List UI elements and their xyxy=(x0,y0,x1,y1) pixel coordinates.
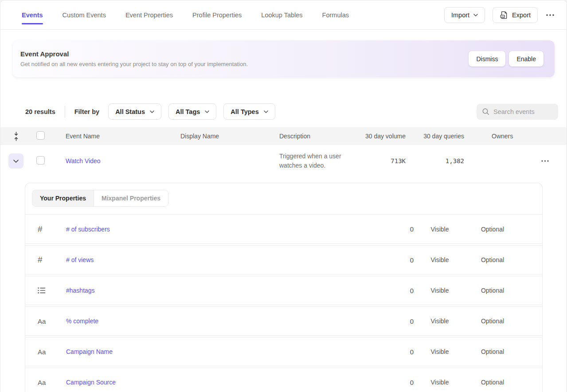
tab-label: Event Properties xyxy=(125,12,173,19)
nav-tabs: Events Custom Events Event Properties Pr… xyxy=(22,0,349,29)
property-name-link[interactable]: Campaign Name xyxy=(66,348,113,355)
tab-custom-events[interactable]: Custom Events xyxy=(63,0,106,29)
column-header-description: Description xyxy=(272,133,355,140)
event-row: Watch Video Triggered when a user watche… xyxy=(0,145,567,177)
tab-label: Custom Events xyxy=(63,12,106,19)
list-icon xyxy=(38,287,46,294)
property-row: Aa % complete 0 Visible Optional xyxy=(25,306,542,336)
lexicon-events-page: Events Custom Events Event Properties Pr… xyxy=(0,0,567,392)
property-count: 0 xyxy=(383,379,414,386)
tab-lookup-tables[interactable]: Lookup Tables xyxy=(261,0,302,29)
property-count: 0 xyxy=(383,318,414,325)
row-more-menu-icon[interactable] xyxy=(540,158,567,164)
property-row: #hashtags 0 Visible Optional xyxy=(25,276,542,305)
event-description: Triggered when a user watches a video. xyxy=(279,152,349,170)
chevron-down-icon xyxy=(205,110,209,113)
property-requirement: Optional xyxy=(466,226,519,233)
property-count: 0 xyxy=(383,225,414,233)
select-all-checkbox[interactable] xyxy=(36,131,45,140)
property-visibility: Visible xyxy=(414,348,466,355)
banner-title: Event Approval xyxy=(20,50,248,58)
banner-actions: Dismiss Enable xyxy=(469,51,544,67)
property-requirement: Optional xyxy=(466,256,519,263)
property-requirement: Optional xyxy=(466,318,519,325)
property-visibility: Visible xyxy=(414,256,466,263)
filter-row: 20 results Filter by All Status All Tags… xyxy=(25,103,558,120)
divider xyxy=(65,106,65,118)
property-requirement: Optional xyxy=(466,348,519,355)
import-button[interactable]: Import xyxy=(444,7,485,23)
tags-filter-dropdown[interactable]: All Tags xyxy=(168,103,216,120)
tab-mixpanel-properties[interactable]: Mixpanel Properties xyxy=(94,190,168,206)
export-button[interactable]: csv Export xyxy=(493,7,538,23)
column-header-owners: Owners xyxy=(470,133,524,140)
column-header-30-day-volume: 30 day volume xyxy=(355,133,408,140)
table-header: Event Name Display Name Description 30 d… xyxy=(0,127,567,145)
property-name-link[interactable]: # of subscribers xyxy=(66,226,110,233)
property-count: 0 xyxy=(383,256,414,264)
property-row: # # of subscribers 0 Visible Optional xyxy=(25,215,542,244)
filter-by-label: Filter by xyxy=(74,108,99,115)
event-30-day-queries: 1,382 xyxy=(408,157,470,165)
property-visibility: Visible xyxy=(414,287,466,294)
property-requirement: Optional xyxy=(466,379,519,386)
event-30-day-volume: 713K xyxy=(355,157,408,165)
row-checkbox[interactable] xyxy=(36,156,45,165)
collapse-all-icon[interactable] xyxy=(0,132,31,141)
tab-events[interactable]: Events xyxy=(22,0,43,29)
text-icon: Aa xyxy=(38,318,46,325)
types-filter-dropdown[interactable]: All Types xyxy=(223,103,275,120)
property-count: 0 xyxy=(383,348,414,356)
property-name-link[interactable]: # of views xyxy=(66,256,94,263)
property-row: Aa Campaign Source 0 Visible Optional xyxy=(25,368,542,392)
tab-label: Formulas xyxy=(322,12,349,19)
property-count: 0 xyxy=(383,287,414,294)
topbar-actions: Import csv Export xyxy=(444,0,555,29)
tab-label: Lookup Tables xyxy=(261,12,302,19)
tab-event-properties[interactable]: Event Properties xyxy=(125,0,173,29)
tab-formulas[interactable]: Formulas xyxy=(322,0,349,29)
events-table: Event Name Display Name Description 30 d… xyxy=(0,127,567,177)
tab-profile-properties[interactable]: Profile Properties xyxy=(192,0,242,29)
property-name-link[interactable]: #hashtags xyxy=(66,287,95,294)
property-visibility: Visible xyxy=(414,318,466,325)
results-count: 20 results xyxy=(25,108,55,115)
status-filter-dropdown[interactable]: All Status xyxy=(108,103,161,120)
property-visibility: Visible xyxy=(414,379,466,386)
csv-file-icon: csv xyxy=(500,11,508,19)
top-navigation: Events Custom Events Event Properties Pr… xyxy=(0,0,567,30)
property-row: Aa Campaign Name 0 Visible Optional xyxy=(25,337,542,366)
tab-label: Events xyxy=(22,12,43,19)
search-box xyxy=(477,104,558,120)
banner-text: Event Approval Get notified on all new e… xyxy=(20,50,248,67)
text-icon: Aa xyxy=(38,379,46,386)
event-name-link[interactable]: Watch Video xyxy=(66,157,101,165)
properties-tabs-bar: Your Properties Mixpanel Properties xyxy=(25,183,542,215)
properties-segmented-control: Your Properties Mixpanel Properties xyxy=(32,190,168,207)
search-input[interactable] xyxy=(493,108,553,115)
property-name-link[interactable]: % complete xyxy=(66,318,98,325)
search-icon xyxy=(482,108,489,115)
property-row: # # of views 0 Visible Optional xyxy=(25,245,542,274)
export-label: Export xyxy=(512,12,531,19)
active-tab-underline xyxy=(22,23,43,24)
more-menu-icon[interactable] xyxy=(545,12,555,18)
enable-button[interactable]: Enable xyxy=(509,51,544,67)
collapse-row-button[interactable] xyxy=(8,153,23,169)
banner-description: Get notified on all new events entering … xyxy=(20,61,248,67)
property-name-link[interactable]: Campaign Source xyxy=(66,379,116,386)
types-filter-value: All Types xyxy=(231,108,258,115)
property-requirement: Optional xyxy=(466,287,519,294)
column-header-display-name: Display Name xyxy=(173,133,272,140)
tab-label: Profile Properties xyxy=(192,12,242,19)
tab-your-properties[interactable]: Your Properties xyxy=(32,190,94,206)
dismiss-button[interactable]: Dismiss xyxy=(469,51,505,67)
properties-panel: Your Properties Mixpanel Properties # # … xyxy=(25,183,543,392)
property-visibility: Visible xyxy=(414,226,466,233)
import-label: Import xyxy=(451,12,469,19)
event-approval-banner: Event Approval Get notified on all new e… xyxy=(13,40,555,77)
status-filter-value: All Status xyxy=(115,108,145,115)
chevron-down-icon xyxy=(13,160,19,163)
number-icon: # xyxy=(38,255,43,265)
svg-text:csv: csv xyxy=(501,16,504,18)
